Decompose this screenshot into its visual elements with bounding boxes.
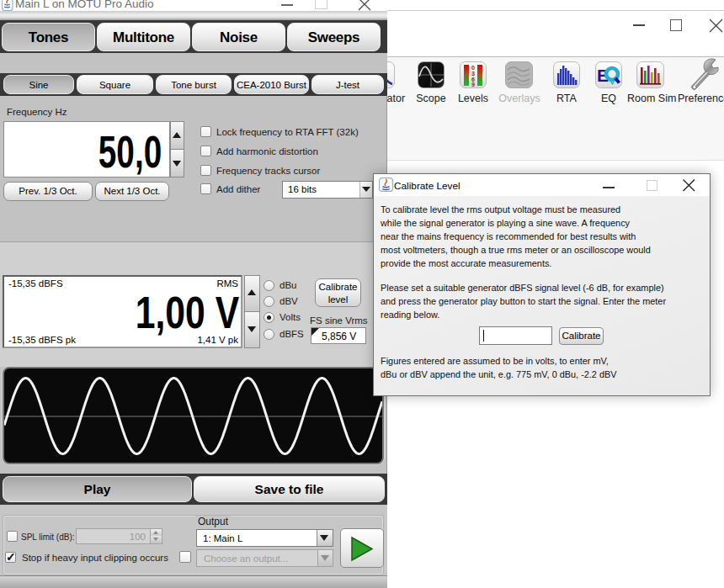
svg-text:9: 9 xyxy=(471,82,475,87)
svg-text:3: 3 xyxy=(471,71,475,77)
svg-text:0: 0 xyxy=(471,65,475,71)
